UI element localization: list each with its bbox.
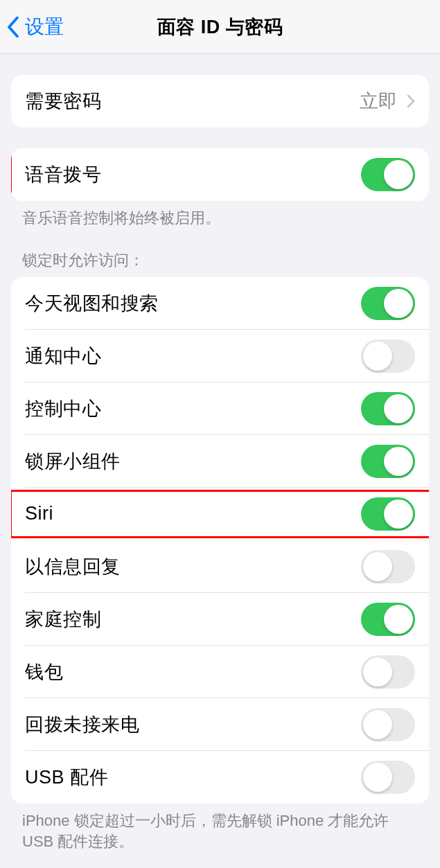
wallet-label: 钱包: [25, 659, 63, 684]
notification-center-toggle[interactable]: [361, 339, 415, 373]
voice-dial-row: 语音拨号: [11, 148, 429, 201]
require-passcode-group: 需要密码 立即: [11, 75, 429, 127]
reply-message-row: 以信息回复: [11, 540, 429, 593]
require-passcode-value: 立即: [360, 89, 415, 114]
return-calls-row: 回拨未接来电: [11, 698, 429, 751]
return-calls-toggle[interactable]: [361, 708, 415, 741]
lock-access-header: 锁定时允许访问：: [0, 229, 440, 277]
home-control-toggle[interactable]: [361, 603, 415, 636]
back-label: 设置: [25, 14, 64, 40]
today-view-toggle[interactable]: [361, 287, 415, 320]
lock-widgets-label: 锁屏小组件: [25, 449, 121, 474]
usb-accessories-toggle[interactable]: [361, 761, 415, 794]
control-center-toggle[interactable]: [361, 392, 415, 425]
wallet-row: 钱包: [11, 646, 429, 698]
voice-dial-footer: 音乐语音控制将始终被启用。: [0, 201, 440, 229]
lock-widgets-row: 锁屏小组件: [11, 435, 429, 488]
require-passcode-label: 需要密码: [25, 89, 101, 114]
reply-message-label: 以信息回复: [25, 554, 121, 579]
voice-dial-toggle[interactable]: [361, 158, 415, 191]
today-view-label: 今天视图和搜索: [25, 291, 159, 316]
home-control-row: 家庭控制: [11, 593, 429, 646]
wallet-toggle[interactable]: [361, 655, 415, 689]
require-passcode-row[interactable]: 需要密码 立即: [11, 75, 429, 127]
notification-center-label: 通知中心: [25, 344, 101, 369]
chevron-left-icon: [7, 17, 19, 37]
usb-accessories-label: USB 配件: [25, 765, 108, 790]
back-button[interactable]: 设置: [7, 14, 64, 40]
home-control-label: 家庭控制: [25, 607, 101, 632]
lock-access-group: 今天视图和搜索 通知中心 控制中心 锁屏小组件 Siri 以信息回复 家庭控制: [11, 277, 429, 804]
today-view-row: 今天视图和搜索: [11, 277, 429, 330]
voice-dial-label: 语音拨号: [25, 162, 101, 187]
chevron-right-icon: [407, 94, 415, 108]
usb-accessories-row: USB 配件: [11, 751, 429, 804]
navigation-bar: 设置 面容 ID 与密码: [0, 0, 440, 54]
voice-dial-group: 语音拨号: [11, 148, 429, 201]
return-calls-label: 回拨未接来电: [25, 712, 139, 737]
notification-center-row: 通知中心: [11, 330, 429, 382]
page-title: 面容 ID 与密码: [157, 15, 283, 39]
lock-widgets-toggle[interactable]: [361, 445, 415, 478]
reply-message-toggle[interactable]: [361, 550, 415, 583]
siri-row: Siri: [11, 488, 429, 540]
siri-toggle[interactable]: [361, 497, 415, 531]
siri-label: Siri: [25, 503, 53, 524]
control-center-label: 控制中心: [25, 396, 101, 421]
control-center-row: 控制中心: [11, 382, 429, 435]
lock-access-footer: iPhone 锁定超过一小时后，需先解锁 iPhone 才能允许USB 配件连接…: [0, 804, 440, 853]
